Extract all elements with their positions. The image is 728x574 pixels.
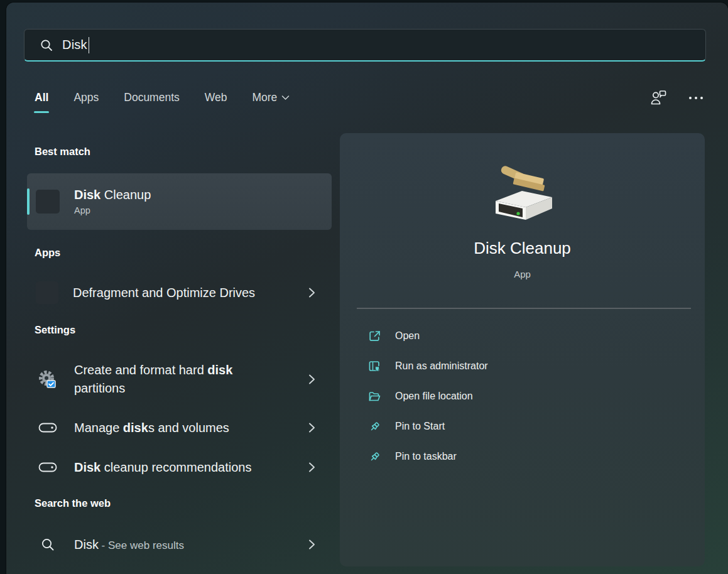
result-text: Manage disks and volumes — [74, 421, 229, 435]
result-defragment-and-optimize-drives[interactable]: Defragment and Optimize Drives — [27, 275, 332, 310]
search-header-actions — [649, 89, 703, 107]
chevron-down-icon — [281, 95, 290, 100]
text-cursor — [89, 37, 90, 53]
chevron-right-icon — [308, 374, 315, 385]
section-heading-settings: Settings — [35, 324, 75, 336]
defrag-app-icon — [36, 281, 58, 304]
action-label: Run as administrator — [395, 360, 488, 372]
pushpin-icon — [368, 420, 381, 433]
drive-icon — [36, 462, 60, 473]
selection-accent-bar — [27, 188, 30, 215]
result-manage-disks-and-volumes[interactable]: Manage disks and volumes — [27, 411, 332, 444]
preview-subtitle: App — [340, 269, 705, 279]
search-window: Disk All Apps Documents Web More — [6, 3, 728, 574]
action-label: Pin to Start — [395, 421, 445, 432]
action-label: Open file location — [395, 391, 473, 402]
result-text: Create and format hard disk partitions — [74, 361, 269, 398]
drive-icon — [36, 422, 60, 433]
chevron-right-icon — [308, 462, 315, 473]
search-icon — [40, 38, 53, 52]
account-feedback-icon[interactable] — [649, 89, 668, 107]
result-subtitle: App — [74, 205, 151, 215]
result-text: Disk - See web results — [74, 538, 184, 552]
section-heading-apps: Apps — [35, 247, 60, 259]
action-run-as-administrator[interactable]: Run as administrator — [340, 351, 705, 381]
more-options-icon[interactable] — [689, 97, 703, 99]
action-open-file-location[interactable]: Open file location — [340, 381, 705, 411]
section-heading-best-match: Best match — [35, 146, 90, 158]
tab-documents[interactable]: Documents — [124, 91, 180, 113]
result-web-search-disk[interactable]: Disk - See web results — [27, 528, 332, 561]
result-title: Disk Cleanup — [74, 188, 151, 202]
search-input[interactable]: Disk — [24, 29, 706, 62]
section-heading-search-the-web: Search the web — [35, 497, 111, 509]
chevron-right-icon — [308, 422, 315, 433]
action-label: Open — [395, 330, 420, 342]
action-open[interactable]: Open — [340, 321, 705, 351]
admin-shield-icon — [368, 360, 381, 373]
pushpin-icon — [368, 450, 381, 463]
preview-divider — [357, 308, 691, 309]
disk-cleanup-app-icon — [36, 190, 60, 214]
preview-title: Disk Cleanup — [340, 239, 705, 258]
open-external-icon — [368, 330, 381, 343]
folder-icon — [368, 390, 381, 403]
preview-actions: Open Run as administrator — [340, 321, 705, 472]
chevron-right-icon — [308, 539, 315, 550]
tab-all[interactable]: All — [35, 91, 48, 113]
action-label: Pin to taskbar — [395, 451, 457, 462]
search-filter-tabs: All Apps Documents Web More — [35, 91, 290, 113]
disk-cleanup-large-icon — [482, 165, 563, 222]
search-icon — [36, 537, 60, 552]
chevron-right-icon — [308, 287, 315, 298]
tab-web[interactable]: Web — [205, 91, 227, 113]
result-create-and-format-partitions[interactable]: Create and format hard disk partitions — [27, 353, 332, 406]
windows-search-flyout: Disk All Apps Documents Web More — [0, 0, 728, 574]
search-query-text: Disk — [62, 38, 87, 52]
tab-more[interactable]: More — [252, 91, 290, 113]
result-text: Defragment and Optimize Drives — [73, 286, 255, 300]
result-text: Disk cleanup recommendations — [74, 460, 251, 475]
settings-gear-check-icon — [36, 369, 60, 390]
tab-apps[interactable]: Apps — [73, 91, 99, 113]
active-tab-underline — [34, 111, 49, 114]
preview-panel-disk-cleanup: Disk Cleanup App Open — [340, 133, 705, 566]
result-best-match-disk-cleanup[interactable]: Disk Cleanup App — [27, 173, 332, 230]
result-disk-cleanup-recommendations[interactable]: Disk cleanup recommendations — [27, 451, 332, 484]
action-pin-to-taskbar[interactable]: Pin to taskbar — [340, 441, 705, 472]
action-pin-to-start[interactable]: Pin to Start — [340, 411, 705, 441]
